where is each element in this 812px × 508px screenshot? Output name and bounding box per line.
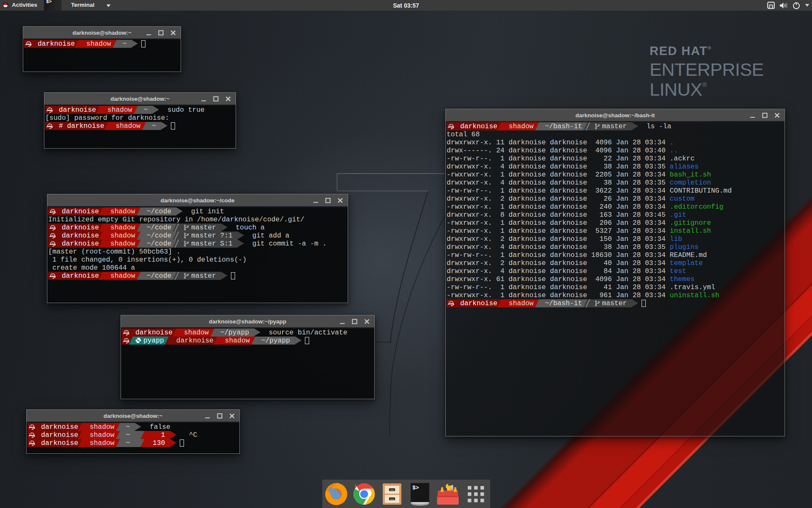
svg-text:$>: $> (412, 485, 419, 491)
